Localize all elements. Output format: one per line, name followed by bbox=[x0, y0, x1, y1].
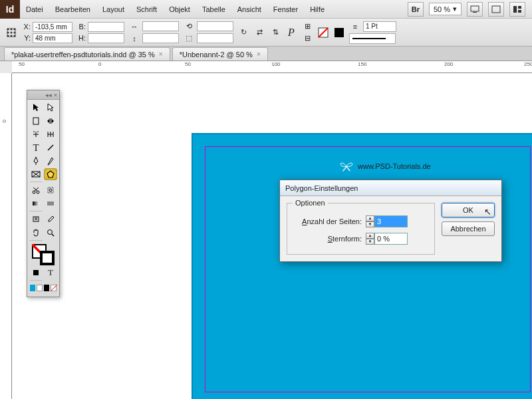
menu-ansicht[interactable]: Ansicht bbox=[231, 5, 267, 13]
svg-rect-48 bbox=[33, 270, 39, 275]
stroke-style-select[interactable] bbox=[349, 33, 396, 44]
fill-stroke-control[interactable] bbox=[29, 243, 57, 265]
reference-point-icon[interactable] bbox=[5, 27, 17, 38]
pencil-tool[interactable] bbox=[44, 155, 57, 167]
menu-layout[interactable]: Layout bbox=[96, 5, 130, 13]
fill-swatch-icon[interactable] bbox=[317, 27, 329, 38]
spin-down-icon[interactable]: ▼ bbox=[366, 221, 374, 227]
spin-up-icon[interactable]: ▲ bbox=[366, 215, 374, 221]
scissors-tool[interactable] bbox=[29, 184, 43, 196]
ruler-horizontal: 50 0 50 100 150 200 250 bbox=[12, 61, 532, 73]
hand-tool[interactable] bbox=[29, 227, 43, 239]
menu-fenster[interactable]: Fenster bbox=[267, 5, 304, 13]
scale-y-icon: ↕ bbox=[128, 33, 140, 44]
x-label: X: bbox=[21, 23, 31, 31]
screen-mode-icon[interactable] bbox=[467, 2, 483, 17]
x-input[interactable] bbox=[33, 22, 72, 32]
line-tool[interactable] bbox=[44, 142, 57, 154]
svg-rect-19 bbox=[33, 118, 39, 124]
menu-datei[interactable]: Datei bbox=[20, 5, 49, 13]
h-label: H: bbox=[76, 34, 86, 42]
pen-tool[interactable] bbox=[29, 155, 43, 167]
arrange-icon[interactable] bbox=[509, 2, 525, 17]
svg-rect-0 bbox=[471, 6, 479, 11]
view-options-icon[interactable] bbox=[488, 2, 504, 17]
svg-rect-4 bbox=[518, 6, 521, 9]
spin-down-icon[interactable]: ▼ bbox=[366, 239, 374, 245]
close-icon[interactable]: × bbox=[54, 92, 57, 98]
eyedropper-tool[interactable] bbox=[44, 213, 57, 225]
flip-v-icon[interactable]: ⇅ bbox=[269, 27, 281, 38]
shear-input[interactable] bbox=[197, 33, 233, 43]
gap-tool[interactable] bbox=[44, 115, 57, 127]
sides-spinner[interactable]: ▲▼ bbox=[366, 215, 408, 227]
gradient-feather-tool[interactable] bbox=[44, 198, 57, 209]
panel-header[interactable]: ◂◂× bbox=[27, 90, 59, 100]
svg-line-30 bbox=[48, 145, 53, 150]
ok-button[interactable]: OK↖ bbox=[442, 203, 495, 217]
note-tool[interactable] bbox=[29, 213, 43, 225]
tab-unbenannt[interactable]: *Unbenannt-2 @ 50 %× bbox=[172, 47, 268, 61]
svg-rect-3 bbox=[513, 6, 517, 13]
stroke-swatch[interactable] bbox=[40, 251, 55, 265]
menu-schrift[interactable]: Schrift bbox=[130, 5, 163, 13]
starform-spinner[interactable]: ▲▼ bbox=[366, 233, 408, 245]
y-input[interactable] bbox=[33, 33, 72, 43]
tab-plakat[interactable]: *plakat-usertreffen-psdtutorials.indd @ … bbox=[4, 47, 170, 61]
svg-point-13 bbox=[7, 35, 9, 37]
menu-tabelle[interactable]: Tabelle bbox=[196, 5, 231, 13]
y-label: Y: bbox=[21, 34, 31, 42]
menu-objekt[interactable]: Objekt bbox=[163, 5, 196, 13]
svg-rect-5 bbox=[518, 10, 521, 13]
swatch-cyan[interactable] bbox=[30, 285, 35, 291]
free-transform-tool[interactable] bbox=[44, 184, 57, 196]
spin-up-icon[interactable]: ▲ bbox=[366, 233, 374, 239]
align-icon[interactable]: ⊞ bbox=[301, 21, 313, 32]
gradient-swatch-tool[interactable] bbox=[29, 198, 43, 209]
zoom-level[interactable]: 50 %▾ bbox=[429, 3, 462, 15]
stroke-weight-input[interactable] bbox=[363, 21, 396, 32]
width-input[interactable] bbox=[88, 22, 124, 32]
menu-bearbeiten[interactable]: Bearbeiten bbox=[49, 5, 96, 13]
swatch-white[interactable] bbox=[37, 285, 43, 291]
flip-h-icon[interactable]: ⇄ bbox=[253, 27, 265, 38]
swatch-none[interactable] bbox=[51, 285, 57, 291]
svg-rect-18 bbox=[334, 28, 344, 37]
collapse-icon[interactable]: ◂◂ bbox=[45, 92, 52, 98]
direct-selection-tool[interactable] bbox=[44, 102, 57, 114]
formatting-container-icon[interactable] bbox=[29, 267, 43, 279]
svg-line-49 bbox=[51, 285, 57, 291]
menu-hilfe[interactable]: Hilfe bbox=[304, 5, 331, 13]
zoom-tool[interactable] bbox=[44, 227, 57, 239]
height-input[interactable] bbox=[88, 33, 124, 43]
distribute-icon[interactable]: ⊟ bbox=[301, 33, 313, 44]
bridge-button[interactable]: Br bbox=[408, 2, 424, 17]
scale-y-input[interactable] bbox=[142, 33, 179, 43]
rotate-cw-icon[interactable]: ↻ bbox=[237, 27, 249, 38]
tool-plus2[interactable] bbox=[44, 128, 57, 140]
swatch-black[interactable] bbox=[44, 285, 49, 291]
scale-x-input[interactable] bbox=[142, 21, 179, 31]
rotate-input[interactable] bbox=[197, 21, 233, 31]
svg-rect-39 bbox=[48, 188, 53, 193]
starform-label: Sternform: bbox=[295, 235, 362, 243]
cancel-button[interactable]: Abbrechen bbox=[442, 221, 495, 236]
scale-x-icon: ↔ bbox=[128, 21, 140, 32]
close-icon[interactable]: × bbox=[257, 51, 261, 58]
selection-tool[interactable] bbox=[29, 102, 43, 114]
cursor-icon: ↖ bbox=[484, 207, 491, 217]
page-tool[interactable] bbox=[29, 115, 43, 127]
tool-plus1[interactable] bbox=[29, 128, 43, 140]
b-label: B: bbox=[76, 23, 86, 31]
sides-label: Anzahl der Seiten: bbox=[295, 217, 362, 225]
stroke-swatch-icon[interactable] bbox=[333, 27, 345, 38]
tool-panel: ◂◂× T T bbox=[27, 90, 60, 297]
polygon-tool[interactable] bbox=[44, 168, 57, 180]
sides-input[interactable] bbox=[374, 215, 408, 227]
type-tool[interactable]: T bbox=[29, 142, 43, 154]
close-icon[interactable]: × bbox=[159, 51, 163, 58]
starform-input[interactable] bbox=[374, 233, 408, 245]
formatting-text-icon[interactable]: T bbox=[44, 267, 57, 279]
rectangle-frame-tool[interactable] bbox=[29, 168, 43, 180]
svg-point-10 bbox=[7, 31, 9, 33]
